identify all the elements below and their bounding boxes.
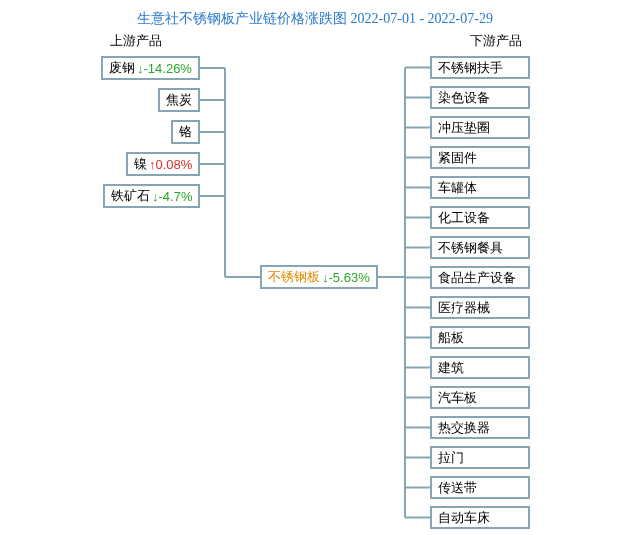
node-pct: ↓-14.26% [137, 61, 192, 76]
upstream-node: 铬 [171, 120, 200, 144]
upstream-node: 焦炭 [158, 88, 200, 112]
node-label: 自动车床 [438, 509, 490, 527]
node-pct: ↓-5.63% [322, 270, 370, 285]
node-label: 紧固件 [438, 149, 477, 167]
downstream-node: 车罐体 [430, 176, 530, 199]
node-label: 汽车板 [438, 389, 477, 407]
downstream-node: 化工设备 [430, 206, 530, 229]
node-label: 铁矿石 [111, 187, 150, 205]
downstream-node: 染色设备 [430, 86, 530, 109]
downstream-node: 建筑 [430, 356, 530, 379]
node-label: 不锈钢扶手 [438, 59, 503, 77]
downstream-node: 医疗器械 [430, 296, 530, 319]
node-label: 镍 [134, 155, 147, 173]
node-label: 传送带 [438, 479, 477, 497]
downstream-node: 自动车床 [430, 506, 530, 529]
upstream-node: 铁矿石↓-4.7% [103, 184, 200, 208]
downstream-node: 不锈钢扶手 [430, 56, 530, 79]
downstream-node: 传送带 [430, 476, 530, 499]
downstream-node: 食品生产设备 [430, 266, 530, 289]
node-label: 染色设备 [438, 89, 490, 107]
node-label: 拉门 [438, 449, 464, 467]
upstream-node: 镍↑0.08% [126, 152, 200, 176]
center-node: 不锈钢板↓-5.63% [260, 265, 378, 289]
node-label: 食品生产设备 [438, 269, 516, 287]
node-pct: ↓-4.7% [152, 189, 192, 204]
downstream-node: 紧固件 [430, 146, 530, 169]
node-pct: ↑0.08% [149, 157, 192, 172]
downstream-node: 船板 [430, 326, 530, 349]
node-label: 铬 [179, 123, 192, 141]
downstream-node: 冲压垫圈 [430, 116, 530, 139]
node-label: 冲压垫圈 [438, 119, 490, 137]
node-label: 不锈钢餐具 [438, 239, 503, 257]
downstream-node: 拉门 [430, 446, 530, 469]
node-label: 医疗器械 [438, 299, 490, 317]
node-label: 热交换器 [438, 419, 490, 437]
node-label: 船板 [438, 329, 464, 347]
node-label: 建筑 [438, 359, 464, 377]
node-label: 焦炭 [166, 91, 192, 109]
downstream-node: 热交换器 [430, 416, 530, 439]
node-label: 车罐体 [438, 179, 477, 197]
node-label: 废钢 [109, 59, 135, 77]
node-label: 化工设备 [438, 209, 490, 227]
upstream-node: 废钢↓-14.26% [101, 56, 200, 80]
node-label: 不锈钢板 [268, 268, 320, 286]
downstream-node: 汽车板 [430, 386, 530, 409]
downstream-node: 不锈钢餐具 [430, 236, 530, 259]
